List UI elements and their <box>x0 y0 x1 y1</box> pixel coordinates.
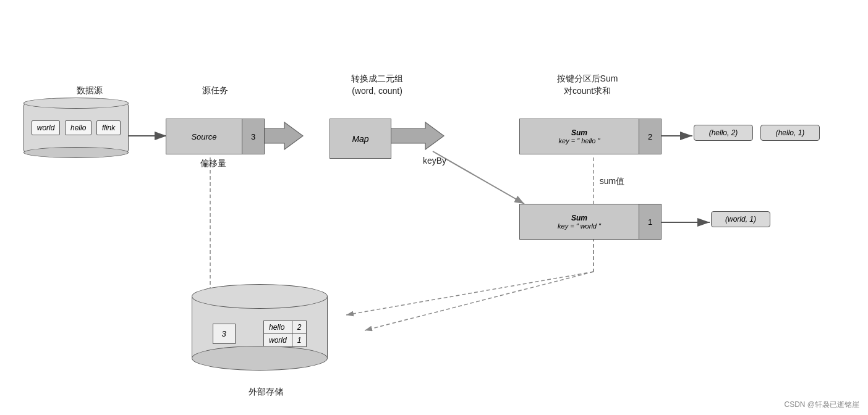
extstorage-label: 外部存储 <box>235 387 297 398</box>
source-num: 3 <box>242 119 264 154</box>
cylinder-bottom <box>23 147 129 158</box>
map-box: Map <box>330 119 391 159</box>
sum-world-main: Sum key = " world " <box>520 204 639 239</box>
db-ellipse-bottom <box>192 346 328 371</box>
sourcetask-label: 源任务 <box>166 85 265 96</box>
sum-hello-box: Sum key = " hello " 2 <box>519 119 662 154</box>
sum-world-num: 1 <box>639 204 661 239</box>
sum-hello-main: Sum key = " hello " <box>520 119 639 154</box>
sum-world-box: Sum key = " world " 1 <box>519 204 662 240</box>
db-row2-key: world <box>264 333 292 346</box>
datasource-cylinder: world hello flink <box>23 98 129 158</box>
sum-hello-num: 2 <box>639 119 661 154</box>
offset-label: 偏移量 <box>182 158 244 169</box>
db-row1-val: 2 <box>292 321 307 333</box>
cylinder-body: world hello flink <box>23 103 129 153</box>
watermark: CSDN @轩袅已逝铭崖 <box>784 400 859 410</box>
source-task-box: Source 3 <box>166 119 265 154</box>
transform-label: 转换成二元组 (word, count) <box>328 73 427 97</box>
table-row: hello 2 <box>264 321 307 333</box>
datasource-label: 数据源 <box>37 85 142 96</box>
db-table: hello 2 world 1 <box>263 321 307 347</box>
keyby-label: keyBy <box>413 156 456 166</box>
output-hello1: (hello, 1) <box>760 125 820 141</box>
svg-marker-5 <box>382 122 444 149</box>
output-hello2: (hello, 2) <box>694 125 753 141</box>
svg-line-14 <box>365 272 594 330</box>
output-world1: (world, 1) <box>711 211 770 227</box>
svg-line-12 <box>346 272 594 315</box>
db-container: 3 hello 2 world 1 <box>192 284 328 371</box>
db-row1-key: hello <box>264 321 292 333</box>
sumafter-label: 按键分区后Sum 对count求和 <box>519 73 655 97</box>
data-item-hello: hello <box>65 120 91 135</box>
db-num: 3 <box>213 324 236 344</box>
arrows-svg <box>0 0 868 415</box>
table-row: world 1 <box>264 333 307 346</box>
db-ellipse-top <box>192 284 328 309</box>
data-item-world: world <box>32 120 61 135</box>
db-row2-val: 1 <box>292 333 307 346</box>
diagram-container: 数据源 world hello flink 源任务 Source 3 偏移量 转… <box>0 0 868 415</box>
sumval-label: sum值 <box>587 176 637 187</box>
cylinder-top <box>23 98 129 109</box>
source-label: Source <box>166 119 242 154</box>
data-item-flink: flink <box>96 120 121 135</box>
